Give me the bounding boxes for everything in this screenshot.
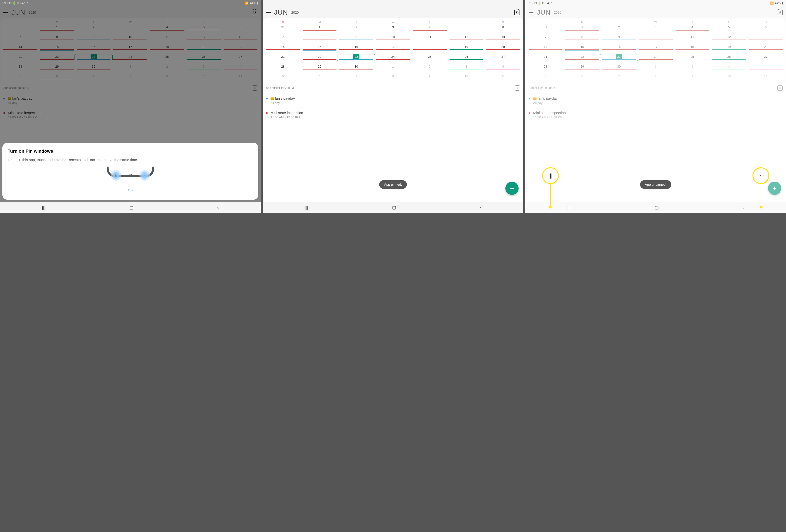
dialog-title: Turn on Pin windows (8, 148, 253, 154)
day-cell[interactable]: 17 (374, 45, 411, 51)
event-item[interactable]: Mini state inspection11:00 AM - 12:00 PM (266, 108, 520, 122)
day-cell[interactable]: 8 (301, 35, 338, 41)
event-time: All day (271, 101, 295, 105)
day-cell[interactable]: 6 (301, 74, 338, 80)
day-cell[interactable]: 10 (374, 35, 411, 41)
day-cell[interactable]: 7 (338, 74, 374, 80)
day-cell[interactable]: 18 (412, 45, 448, 51)
day-cell[interactable]: 21 (264, 55, 301, 61)
svg-text:|||: ||| (115, 174, 117, 177)
day-cell[interactable]: 25 (412, 55, 448, 61)
icons: ✉ 🔋 ✉ (9, 1, 19, 5)
event-dot (266, 98, 268, 99)
dialog-illustration: |||‹ (8, 166, 253, 182)
credit-card-icon (271, 97, 274, 100)
event-title: Mini state inspection (271, 111, 303, 115)
pin-dialog: Turn on Pin windows To unpin this app, t… (2, 143, 258, 200)
nav-back[interactable]: ‹ (217, 205, 219, 210)
svg-text:‹: ‹ (144, 174, 145, 177)
sticker-icon[interactable]: ☺ (515, 85, 520, 91)
day-cell[interactable]: 10 (448, 74, 485, 80)
day-cell[interactable]: 2 (338, 25, 374, 31)
day-cell[interactable]: 15 (301, 45, 338, 51)
day-cell[interactable]: 1 (374, 65, 411, 70)
calendar-grid: SMTWTFS 31123456789101112131415161718192… (263, 18, 523, 83)
battery-icon: ▮ (257, 1, 258, 5)
day-cell[interactable]: 14 (264, 45, 301, 51)
day-cell[interactable]: 1 (301, 25, 338, 31)
callout-dot (549, 206, 552, 208)
day-cell[interactable]: 13 (485, 35, 522, 41)
day-cell[interactable]: 16 (338, 45, 374, 51)
day-cell[interactable]: 29 (301, 65, 338, 70)
toast-unpinned: App unpinned. (640, 180, 671, 189)
header-year: 2020 (291, 10, 299, 15)
day-cell[interactable]: 9 (412, 74, 448, 80)
day-cell[interactable]: 3 (448, 65, 485, 70)
day-cell[interactable]: 24 (374, 55, 411, 61)
event-title: Ian's payday (271, 96, 295, 100)
event-dot (266, 112, 268, 114)
status-time: 5:11 (2, 1, 8, 5)
phone-screen-1: 5:11✉ 🔋 ✉64°⸬ 📶44%▮ JUN 2020 23 SMTWTFS … (0, 0, 261, 213)
day-cell[interactable]: 4 (412, 25, 448, 31)
day-cell[interactable]: 5 (448, 25, 485, 31)
nav-home[interactable]: ▢ (130, 205, 134, 210)
highlight-back-button[interactable]: ‹ (753, 167, 769, 184)
highlight-recents-button[interactable]: ||| (542, 167, 559, 184)
callout-line (550, 182, 551, 208)
event-item[interactable]: Ian's paydayAll day (266, 93, 520, 108)
nav-recents[interactable]: ||| (305, 205, 308, 210)
nav-home[interactable]: ▢ (392, 205, 396, 210)
add-event-fab[interactable]: + (505, 182, 518, 195)
status-bar: 5:11✉ 🔋 ✉64°⸬ 📶44%▮ (0, 0, 261, 6)
sticker-row[interactable]: Add sticker for Jun 23☺ (263, 83, 523, 93)
header: JUN 2020 23 (263, 6, 523, 18)
day-cell[interactable]: 31 (264, 25, 301, 31)
callout-line (761, 182, 761, 208)
day-cell[interactable]: 6 (485, 25, 522, 31)
days-grid[interactable]: 3112345678910111213141516171819202122232… (264, 25, 522, 80)
nav-bar: ||| ▢ ‹ (263, 202, 523, 213)
day-cell[interactable]: 30 (338, 65, 374, 70)
day-cell[interactable]: 26 (448, 55, 485, 61)
day-cell[interactable]: 2 (412, 65, 448, 70)
event-time: 11:00 AM - 12:00 PM (271, 116, 303, 119)
day-cell[interactable]: 12 (448, 35, 485, 41)
day-cell[interactable]: 7 (264, 35, 301, 41)
nav-back[interactable]: ‹ (480, 205, 481, 210)
nav-recents[interactable]: ||| (42, 205, 45, 210)
dialog-ok-button[interactable]: OK (8, 186, 253, 194)
day-cell[interactable]: 4 (485, 65, 522, 70)
day-cell[interactable]: 28 (264, 65, 301, 70)
day-cell[interactable]: 22 (301, 55, 338, 61)
day-cell[interactable]: 11 (485, 74, 522, 80)
nav-bar: ||| ▢ ‹ (0, 202, 261, 213)
day-cell[interactable]: 8 (374, 74, 411, 80)
phone-screen-2: x JUN 2020 23 SMTWTFS 311234567891011121… (263, 0, 523, 213)
dow-row: SMTWTFS (264, 21, 522, 25)
toast-pinned: App pinned. (379, 180, 407, 189)
day-cell[interactable]: 9 (338, 35, 374, 41)
day-cell[interactable]: 3 (374, 25, 411, 31)
header-month: JUN (274, 9, 288, 16)
callout-dot (760, 206, 763, 208)
day-cell[interactable]: 11 (412, 35, 448, 41)
menu-icon[interactable] (266, 10, 271, 15)
day-cell[interactable]: 20 (485, 45, 522, 51)
phone-screen-3: 5:12✉ 🔋 ✉64°⸬ 📶44%▮ JUN 2020 23 SMTWTFS … (525, 0, 786, 213)
today-icon[interactable]: 23 (514, 9, 520, 15)
status-battery: 44% (250, 1, 255, 5)
dialog-body: To unpin this app, touch and hold the Re… (8, 157, 253, 162)
day-cell[interactable]: 5 (264, 74, 301, 80)
status-temp: 64° (20, 1, 25, 5)
day-cell[interactable]: 27 (485, 55, 522, 61)
day-cell[interactable]: 23 (338, 55, 374, 61)
wifi-icon: 📶 (245, 1, 249, 5)
day-cell[interactable]: 19 (448, 45, 485, 51)
